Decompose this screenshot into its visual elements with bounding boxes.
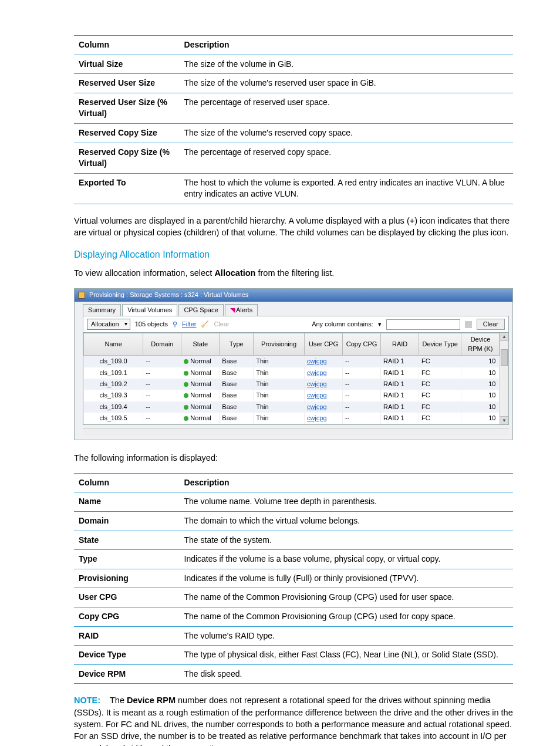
col-devicetype[interactable]: Device Type [419,333,461,356]
grid-cell: RAID 1 [381,356,419,367]
tab-virtual-volumes[interactable]: Virtual Volumes [122,304,177,316]
column-name-cell: Provisioning [74,569,180,588]
tab-summary[interactable]: Summary [83,304,121,316]
grid-row[interactable]: cls_109.5--NormalBaseThincwjcpg--RAID 1F… [84,413,508,424]
col-name[interactable]: Name [84,333,143,356]
grid-cell: Normal [181,413,220,424]
filter-link[interactable]: Filter [182,320,196,329]
grid-cell: cls_109.5 [84,413,143,424]
scroll-thumb[interactable] [501,349,508,366]
state-indicator-icon [184,405,188,410]
filter-dropdown[interactable]: Allocation [87,319,130,330]
state-indicator-icon [184,416,188,421]
col-type[interactable]: Type [220,333,254,356]
app-icon [78,292,85,299]
app-window-virtual-volumes: Provisioning : Storage Systems : s324 : … [74,288,513,440]
table-row: Copy CPGThe name of the Common Provision… [74,607,513,626]
grid-cell: FC [419,390,461,401]
table-row: Device RPMThe disk speed. [74,664,513,684]
tab-alerts[interactable]: ◥ Alerts [225,304,258,316]
grid-cell[interactable]: cwjcpg [304,413,342,424]
state-indicator-icon [184,393,188,398]
description-cell: The name of the Common Provisioning Grou… [180,588,513,607]
column-name-cell: Reserved User Size [74,74,180,93]
grid-cell: RAID 1 [381,401,419,413]
state-indicator-icon [184,371,188,376]
vertical-scrollbar[interactable]: ▲ ▼ [500,333,508,424]
description-cell: The volume name. Volume tree depth in pa… [180,492,513,512]
grid-cell[interactable]: cwjcpg [304,367,342,379]
filter-icon[interactable]: ⚲ [173,320,177,329]
grid-cell: -- [342,367,380,379]
toolbar: Allocation 105 objects ⚲ Filter 🧹 Clear … [83,316,509,333]
grid-row[interactable]: cls_109.3--NormalBaseThincwjcpg--RAID 1F… [84,390,508,401]
grid-cell: 10 [461,413,500,424]
grid-cell[interactable]: cwjcpg [304,390,342,401]
any-column-dropdown-icon[interactable]: ▾ [378,320,382,329]
grid-cell: Normal [181,390,220,401]
search-input[interactable] [386,319,460,330]
table-row: Virtual SizeThe size of the volume in Gi… [74,55,513,74]
col-copycpg[interactable]: Copy CPG [342,333,380,356]
column-name-cell: State [74,531,180,550]
column-name-cell: Exported To [74,173,180,204]
column-name-cell: Reserved Copy Size [74,123,180,143]
grid-cell: FC [419,401,461,413]
table-row: TypeIndicates if the volume is a base vo… [74,550,513,569]
grid-cell: 10 [461,367,500,379]
grid-cell: Thin [254,356,305,367]
grid-row[interactable]: cls_109.0--NormalBaseThincwjcpg--RAID 1F… [84,356,508,367]
col-usercpg[interactable]: User CPG [304,333,342,356]
table-header: Description [180,473,513,492]
column-name-cell: Copy CPG [74,607,180,626]
column-name-cell: Reserved Copy Size (% Virtual) [74,143,180,173]
description-cell: The percentage of reserved copy space. [180,143,513,173]
data-grid: Name Domain State Type Provisioning User… [83,333,509,424]
grid-cell: cls_109.3 [84,390,143,401]
grid-cell: cls_109.1 [84,367,143,379]
scroll-down-icon[interactable]: ▼ [500,416,508,424]
grid-cell: Thin [254,367,305,379]
description-cell: The name of the Common Provisioning Grou… [180,607,513,626]
column-description-table-1: Column Description Virtual SizeThe size … [74,35,513,204]
col-raid[interactable]: RAID [381,333,419,356]
grid-cell: Base [220,390,254,401]
grid-cell[interactable]: cwjcpg [304,379,342,390]
description-cell: The host to which the volume is exported… [180,173,513,204]
column-name-cell: Virtual Size [74,55,180,74]
paragraph-allocation-instruction: To view allocation information, select A… [74,267,513,279]
grid-cell: cls_109.2 [84,379,143,390]
grid-row[interactable]: cls_109.1--NormalBaseThincwjcpg--RAID 1F… [84,367,508,379]
col-provisioning[interactable]: Provisioning [254,333,305,356]
description-cell: Indicates if the volume is a base volume… [180,550,513,569]
grid-cell[interactable]: cwjcpg [304,356,342,367]
print-icon[interactable] [465,321,472,328]
tab-cpg-space[interactable]: CPG Space [178,304,223,316]
col-devicerpm[interactable]: Device RPM (K) [461,333,500,356]
grid-cell: Base [220,379,254,390]
scroll-up-icon[interactable]: ▲ [500,333,508,341]
note-label: NOTE: [74,696,100,705]
grid-cell: Thin [254,390,305,401]
grid-row[interactable]: cls_109.4--NormalBaseThincwjcpg--RAID 1F… [84,401,508,413]
clear-button[interactable]: Clear [477,319,505,330]
grid-cell: Thin [254,379,305,390]
grid-cell: Normal [181,356,220,367]
table-row: NameThe volume name. Volume tree depth i… [74,492,513,512]
grid-row[interactable]: cls_109.2--NormalBaseThincwjcpg--RAID 1F… [84,379,508,390]
grid-cell[interactable]: cwjcpg [304,401,342,413]
col-domain[interactable]: Domain [143,333,181,356]
column-name-cell: Type [74,550,180,569]
grid-cell: Base [220,356,254,367]
description-cell: The size of the volume in GiB. [180,55,513,74]
col-state[interactable]: State [181,333,220,356]
grid-cell: -- [143,356,181,367]
table-row: Reserved User Size (% Virtual)The percen… [74,93,513,123]
description-cell: The domain to which the virtual volume b… [180,512,513,531]
grid-cell: Normal [181,367,220,379]
grid-cell: -- [143,379,181,390]
table-row: RAIDThe volume's RAID type. [74,626,513,646]
table-row: ProvisioningIndicates if the volume is f… [74,569,513,588]
horizontal-scrollbar[interactable] [83,428,509,436]
grid-cell: Base [220,413,254,424]
